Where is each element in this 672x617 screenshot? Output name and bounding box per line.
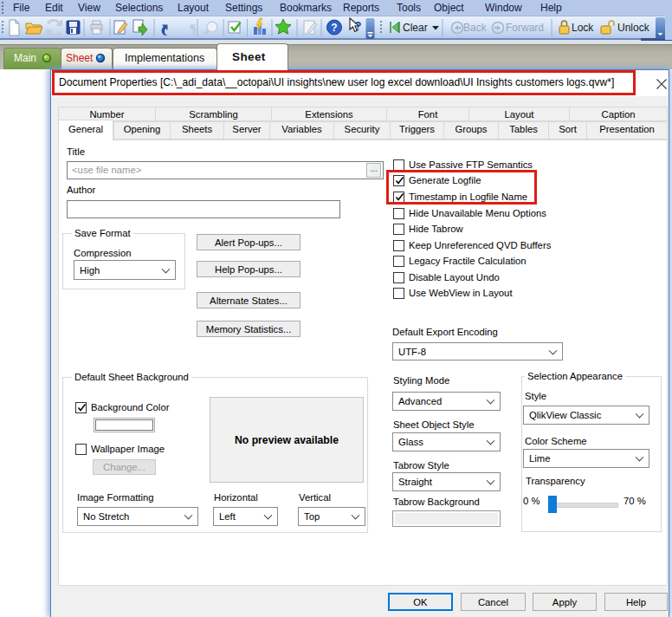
svg-text:?: ? (354, 19, 362, 33)
svg-text:?: ? (331, 22, 337, 34)
